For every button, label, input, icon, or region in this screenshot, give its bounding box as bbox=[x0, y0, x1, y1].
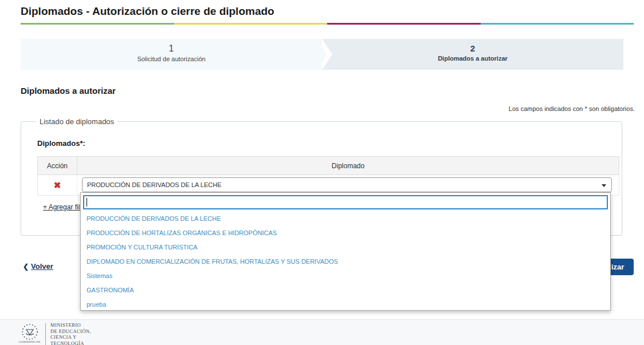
page-title: Diplomados - Autorización o cierre de di… bbox=[21, 5, 274, 18]
add-row-link[interactable]: + Agregar fila bbox=[43, 203, 84, 211]
dropdown-option[interactable]: Sistemas bbox=[81, 268, 610, 283]
dropdown-search-input[interactable] bbox=[83, 195, 608, 209]
table-header-row: Acción Diplomado bbox=[37, 156, 619, 175]
wizard-step-1[interactable]: 1 Solicitud de autorización bbox=[21, 39, 322, 70]
title-accent-bar bbox=[21, 23, 634, 25]
ministry-line: DE EDUCACIÓN, bbox=[50, 328, 91, 335]
column-header-accion: Acción bbox=[38, 157, 77, 175]
wizard-step-2[interactable]: 2 Diplomados a autorizar bbox=[322, 39, 623, 70]
step-wizard: 1 Solicitud de autorización 2 Diplomados… bbox=[21, 39, 623, 70]
ministry-wordmark: MINISTERIO DE EDUCACIÓN, CIENCIA Y TECNO… bbox=[50, 322, 91, 345]
fieldset-legend: Listado de diplomados bbox=[36, 117, 117, 126]
section-heading: Diplomados a autorizar bbox=[21, 86, 116, 96]
ministry-line: CIENCIA Y bbox=[50, 334, 91, 340]
required-fields-note: Los campos indicados con * son obligator… bbox=[509, 105, 635, 112]
page: Diplomados - Autorización o cierre de di… bbox=[0, 0, 644, 345]
accent-segment-green bbox=[21, 23, 174, 25]
dropdown-options-list: PRODUCCIÓN DE DERIVADOS DE LA LECHE PROD… bbox=[81, 211, 610, 311]
accent-segment-cyan bbox=[481, 23, 634, 25]
delete-row-button[interactable]: ✖ bbox=[54, 181, 61, 189]
back-link-label: Volver bbox=[31, 262, 53, 271]
footer: GOBIERNO DE MINISTERIO DE EDUCACIÓN, CIE… bbox=[0, 319, 644, 345]
ministry-line: TECNOLOGÍA bbox=[50, 340, 91, 345]
text-cursor bbox=[87, 198, 87, 207]
diplomado-dropdown-panel: PRODUCCIÓN DE DERIVADOS DE LA LECHE PROD… bbox=[80, 192, 611, 311]
gobierno-seal-icon bbox=[21, 323, 39, 341]
diplomado-select[interactable]: PRODUCCIÓN DE DERIVADOS DE LA LECHE bbox=[82, 177, 612, 192]
diplomado-select-value: PRODUCCIÓN DE DERIVADOS DE LA LECHE bbox=[87, 181, 222, 188]
step-1-number: 1 bbox=[21, 43, 322, 54]
dropdown-caret-icon bbox=[602, 184, 606, 187]
step-2-number: 2 bbox=[322, 43, 623, 53]
accent-segment-magenta bbox=[327, 23, 481, 25]
step-2-label: Diplomados a autorizar bbox=[322, 55, 623, 62]
column-header-diplomado: Diplomado bbox=[77, 157, 619, 175]
dropdown-option[interactable]: PRODUCCIÓN DE HORTALIZAS ORGÁNICAS E HID… bbox=[81, 225, 610, 240]
gobierno-de-label: GOBIERNO DE bbox=[17, 340, 42, 343]
accent-segment-yellow bbox=[174, 23, 328, 25]
dropdown-option[interactable]: prueba bbox=[81, 297, 610, 311]
diplomados-table: Acción Diplomado ✖ PRODUCCIÓN DE DERIVAD… bbox=[37, 156, 619, 196]
step-1-label: Solicitud de autorización bbox=[21, 55, 322, 62]
footer-divider bbox=[45, 323, 46, 345]
ministry-line: MINISTERIO bbox=[50, 322, 91, 328]
dropdown-option[interactable]: PRODUCCIÓN DE DERIVADOS DE LA LECHE bbox=[81, 211, 610, 225]
dropdown-option[interactable]: DIPLOMADO EN COMERCIALIZACIÓN DE FRUTAS,… bbox=[81, 254, 610, 268]
diplomados-field-label: Diplomados*: bbox=[37, 139, 85, 148]
dropdown-option[interactable]: PROMOCIÓN Y CULTURA TURÍSTICA bbox=[81, 240, 610, 254]
dropdown-option[interactable]: GASTRONOMÍA bbox=[81, 283, 610, 297]
back-chevron-icon: ❮ bbox=[23, 263, 29, 271]
delete-x-icon: ✖ bbox=[54, 180, 61, 190]
back-link[interactable]: ❮Volver bbox=[23, 262, 53, 271]
